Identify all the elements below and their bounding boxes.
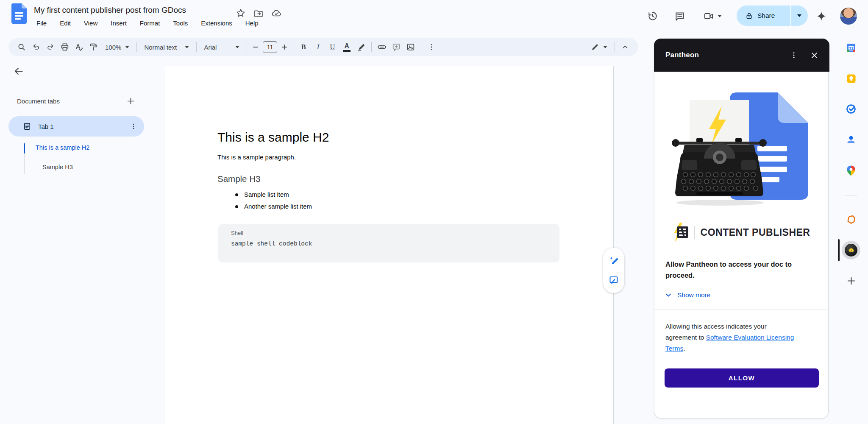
highlight-color-button[interactable]	[354, 40, 368, 54]
pantheon-panel-header: Pantheon	[654, 39, 829, 72]
font-size-input[interactable]	[263, 41, 277, 53]
code-content: sample shell codeblock	[231, 240, 547, 247]
share-label: Share	[757, 12, 775, 20]
doc-heading-h3[interactable]: Sample H3	[217, 174, 260, 184]
rail-tasks-button[interactable]	[843, 100, 860, 117]
underline-button[interactable]: U	[325, 40, 339, 54]
bold-button[interactable]: B	[296, 40, 311, 54]
move-folder-icon[interactable]	[253, 8, 264, 18]
meet-button[interactable]	[700, 7, 725, 25]
outline-active-indicator	[24, 143, 25, 153]
insert-image-button[interactable]	[403, 40, 418, 54]
add-tab-button[interactable]	[122, 92, 139, 109]
show-more-button[interactable]: Show more	[664, 291, 710, 299]
google-docs-app: My first content publisher post from GDo…	[0, 0, 868, 424]
pantheon-addon-panel: Pantheon	[654, 39, 829, 418]
rail-active-indicator	[838, 239, 840, 261]
menu-file[interactable]: File	[36, 19, 47, 28]
help-me-write-button[interactable]	[606, 253, 621, 268]
print-button[interactable]	[58, 40, 72, 54]
rail-pantheon-button[interactable]	[842, 241, 860, 259]
legal-text: Allowing this access indicates your agre…	[665, 321, 794, 354]
gemini-button[interactable]	[812, 7, 831, 25]
lockup-divider	[694, 226, 695, 239]
pantheon-addon-icon	[845, 244, 857, 257]
outline-item-h3[interactable]: Sample H3	[42, 164, 73, 170]
panel-title: Pantheon	[665, 51, 785, 59]
rail-maps-button[interactable]	[843, 162, 860, 179]
menu-view[interactable]: View	[83, 19, 98, 28]
tab-item-tab1[interactable]: Tab 1	[8, 116, 144, 137]
menu-help[interactable]: Help	[245, 19, 259, 28]
tab-label: Tab 1	[38, 123, 126, 130]
star-icon[interactable]	[236, 8, 246, 18]
paragraph-style-value: Normal text	[144, 44, 177, 51]
close-outline-button[interactable]	[10, 63, 27, 80]
increase-font-size-button[interactable]	[279, 40, 290, 54]
italic-button[interactable]: I	[311, 40, 325, 54]
share-button[interactable]: Share	[737, 6, 808, 26]
show-more-label: Show more	[677, 291, 710, 299]
allow-button[interactable]: ALLOW	[665, 368, 819, 388]
add-comment-button[interactable]	[389, 40, 403, 54]
rail-get-addons-button[interactable]	[843, 272, 860, 289]
insert-link-button[interactable]	[375, 40, 389, 54]
google-docs-logo-icon[interactable]	[11, 3, 27, 24]
content-publisher-wordmark: CONTENT PUBLISHER	[701, 227, 810, 238]
pen-icon	[590, 43, 599, 52]
font-value: Arial	[204, 44, 217, 51]
menu-insert[interactable]: Insert	[110, 19, 128, 28]
chevron-down-icon	[664, 291, 673, 299]
version-history-button[interactable]	[643, 7, 662, 25]
hide-menus-button[interactable]	[618, 40, 632, 54]
spellcheck-button[interactable]	[72, 40, 86, 54]
redo-button[interactable]	[43, 40, 58, 54]
content-publisher-lockup: CONTENT PUBLISHER	[654, 223, 829, 242]
font-select[interactable]: Arial	[200, 44, 244, 51]
panel-close-button[interactable]	[806, 47, 823, 64]
quick-actions-pill	[603, 248, 624, 293]
search-menus-button[interactable]	[14, 40, 29, 54]
undo-button[interactable]	[29, 40, 43, 54]
tab-document-icon	[23, 122, 31, 131]
licensing-terms-link[interactable]: Software Evaluation Licensing	[706, 334, 794, 341]
panel-message: Allow Pantheon to access your doc to pro…	[665, 259, 792, 281]
lock-icon	[745, 12, 753, 20]
text-color-button[interactable]: A	[339, 40, 354, 54]
editing-mode-select[interactable]	[586, 43, 612, 52]
more-toolbar-options-button[interactable]	[424, 40, 439, 54]
rail-contacts-button[interactable]	[843, 131, 860, 148]
menu-format[interactable]: Format	[139, 19, 161, 28]
share-dropdown[interactable]	[791, 14, 808, 17]
text-color-swatch	[343, 50, 351, 52]
menu-extensions[interactable]: Extensions	[200, 19, 233, 28]
doc-paragraph[interactable]: This is a sample paragraph.	[217, 153, 296, 161]
panel-divider	[654, 310, 829, 310]
cloud-saved-icon[interactable]	[271, 8, 281, 18]
menu-tools[interactable]: Tools	[172, 19, 189, 28]
rail-addon-cube-button[interactable]	[843, 212, 860, 229]
format-toolbar: 100% Normal text Arial B I U A	[8, 38, 638, 56]
doc-bullet-item[interactable]: Another sample list item	[229, 203, 312, 210]
document-tabs-heading: Document tabs	[17, 98, 60, 105]
doc-bullet-list: Sample list item Another sample list ite…	[229, 191, 312, 215]
tab-options-button[interactable]	[126, 119, 141, 134]
licensing-terms-link[interactable]: Terms	[665, 345, 683, 352]
decrease-font-size-button[interactable]	[250, 40, 261, 54]
rail-calendar-button[interactable]: 31	[843, 39, 860, 56]
doc-bullet-item[interactable]: Sample list item	[229, 191, 312, 198]
content-publisher-logo-icon	[673, 223, 689, 242]
panel-options-button[interactable]	[785, 47, 802, 64]
rail-keep-button[interactable]	[843, 70, 860, 87]
document-title[interactable]: My first content publisher post from GDo…	[34, 6, 186, 15]
zoom-select[interactable]: 100%	[101, 44, 134, 51]
menu-edit[interactable]: Edit	[59, 19, 72, 28]
doc-heading-h2[interactable]: This is a sample H2	[217, 130, 329, 145]
comments-button[interactable]	[670, 7, 689, 25]
paragraph-style-select[interactable]: Normal text	[140, 44, 193, 51]
outline-item-h2[interactable]: This is a sample H2	[36, 144, 89, 151]
account-avatar[interactable]	[840, 8, 857, 25]
paint-format-button[interactable]	[86, 40, 101, 54]
doc-code-block[interactable]: Shell sample shell codeblock	[218, 224, 559, 262]
add-comment-floating-button[interactable]	[606, 273, 621, 287]
